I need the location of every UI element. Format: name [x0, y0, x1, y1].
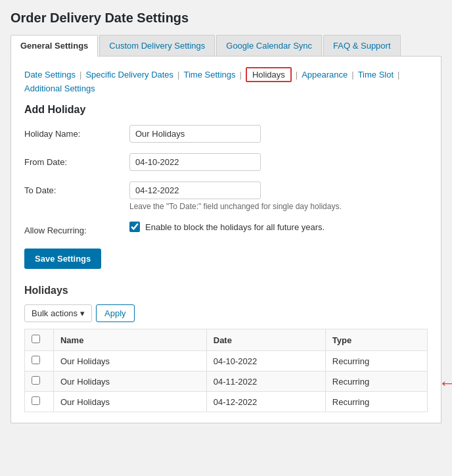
table-row: Our Holidays 04-12-2022 Recurring — [25, 392, 428, 412]
add-holiday-title: Add Holiday — [24, 104, 428, 116]
bulk-actions-bar: Bulk actions ▾ Apply — [24, 304, 428, 322]
col-header-type: Type — [325, 329, 427, 351]
table-row: Our Holidays 04-11-2022 Recurring — [25, 371, 428, 392]
allow-recurring-label: Allow Recurring: — [24, 222, 129, 235]
row-name-1: Our Holidays — [53, 371, 206, 392]
row-type-2: Recurring — [325, 392, 427, 412]
holiday-name-label: Holiday Name: — [24, 125, 129, 139]
row-name-0: Our Holidays — [53, 351, 206, 371]
from-date-input[interactable] — [129, 153, 261, 171]
select-all-checkbox[interactable] — [32, 335, 40, 343]
allow-recurring-row: Allow Recurring: Enable to block the hol… — [24, 222, 428, 235]
holiday-name-field — [129, 125, 428, 143]
content-area: Date Settings | Specific Delivery Dates … — [11, 57, 441, 423]
to-date-row: To Date: Leave the "To Date:" field unch… — [24, 181, 428, 211]
row-type-0: Recurring — [325, 351, 427, 371]
sub-nav-appearance[interactable]: Appearance — [302, 70, 348, 80]
row-checkbox-0[interactable] — [32, 356, 40, 364]
page-title: Order Delivery Date Settings — [11, 11, 441, 26]
allow-recurring-field: Enable to block the holidays for all fut… — [129, 222, 428, 232]
allow-recurring-checkbox-label: Enable to block the holidays for all fut… — [145, 222, 325, 232]
row-checkbox-cell — [25, 371, 54, 392]
holidays-table-wrapper: Name Date Type Our Holidays 04-10-2022 R… — [24, 329, 428, 412]
to-date-input[interactable] — [129, 181, 261, 199]
bulk-actions-dropdown[interactable]: Bulk actions ▾ — [24, 304, 92, 322]
tab-general-settings[interactable]: General Settings — [11, 35, 98, 57]
bulk-actions-chevron-icon: ▾ — [80, 308, 85, 318]
sub-nav-date-settings[interactable]: Date Settings — [24, 70, 76, 80]
sub-nav: Date Settings | Specific Delivery Dates … — [24, 67, 428, 93]
sub-nav-additional-settings[interactable]: Additional Settings — [24, 83, 95, 93]
holiday-name-row: Holiday Name: — [24, 125, 428, 143]
row-checkbox-cell — [25, 392, 54, 412]
holidays-table: Name Date Type Our Holidays 04-10-2022 R… — [24, 329, 428, 412]
row-date-2: 04-12-2022 — [206, 392, 325, 412]
row-date-0: 04-10-2022 — [206, 351, 325, 371]
to-date-hint: Leave the "To Date:" field unchanged for… — [129, 202, 428, 211]
tab-faq-support[interactable]: FAQ & Support — [323, 35, 400, 56]
to-date-label: To Date: — [24, 181, 129, 195]
sub-nav-sep-2: | — [177, 70, 179, 80]
tab-google-calendar-sync[interactable]: Google Calendar Sync — [216, 35, 322, 56]
row-date-1: 04-11-2022 — [206, 371, 325, 392]
sub-nav-time-settings[interactable]: Time Settings — [183, 70, 235, 80]
row-checkbox-cell — [25, 351, 54, 371]
red-arrow-indicator: ← — [438, 373, 452, 394]
to-date-field: Leave the "To Date:" field unchanged for… — [129, 181, 428, 211]
main-tabs: General Settings Custom Delivery Setting… — [11, 35, 441, 57]
sub-nav-sep-5: | — [351, 70, 353, 80]
tab-custom-delivery-settings[interactable]: Custom Delivery Settings — [99, 35, 215, 56]
holidays-table-title: Holidays — [24, 285, 428, 297]
row-checkbox-2[interactable] — [32, 396, 40, 405]
table-row: Our Holidays 04-10-2022 Recurring — [25, 351, 428, 371]
sub-nav-sep-4: | — [296, 70, 298, 80]
col-header-date: Date — [206, 329, 325, 351]
row-checkbox-1[interactable] — [32, 376, 40, 385]
from-date-field — [129, 153, 428, 171]
apply-button[interactable]: Apply — [96, 304, 135, 322]
sub-nav-holidays[interactable]: Holidays — [246, 67, 292, 82]
sub-nav-sep-1: | — [79, 70, 81, 80]
sub-nav-time-slot[interactable]: Time Slot — [358, 70, 394, 80]
row-name-2: Our Holidays — [53, 392, 206, 412]
holiday-name-input[interactable] — [129, 125, 261, 143]
row-type-1: Recurring — [325, 371, 427, 392]
from-date-label: From Date: — [24, 153, 129, 167]
save-settings-button[interactable]: Save Settings — [24, 249, 101, 269]
sub-nav-specific-delivery-dates[interactable]: Specific Delivery Dates — [85, 70, 173, 80]
sub-nav-sep-6: | — [397, 70, 399, 80]
bulk-actions-label: Bulk actions — [32, 308, 78, 318]
recurring-checkbox-row: Enable to block the holidays for all fut… — [129, 222, 428, 232]
sub-nav-sep-3: | — [239, 70, 241, 80]
col-header-name: Name — [53, 329, 206, 351]
col-header-check — [25, 329, 54, 351]
from-date-row: From Date: — [24, 153, 428, 171]
allow-recurring-checkbox[interactable] — [129, 222, 140, 232]
